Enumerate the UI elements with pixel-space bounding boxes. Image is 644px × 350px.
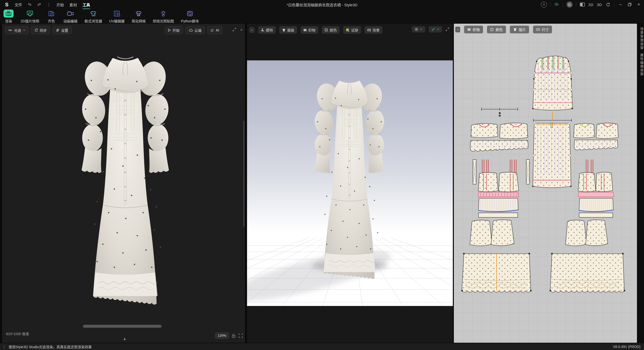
tool-bake-lightmap[interactable]: 烘焙光照贴图 xyxy=(149,9,177,23)
measurement-line[interactable] xyxy=(481,108,518,111)
menu-home[interactable]: 开始 xyxy=(56,1,64,8)
collapse-left-icon[interactable]: ‹ xyxy=(249,27,255,33)
undo-icon[interactable] xyxy=(27,2,32,7)
pattern-piece-yoke-right[interactable] xyxy=(574,123,618,150)
more-menu-icon[interactable]: ⋮ xyxy=(46,2,51,7)
style-browser-icon xyxy=(88,10,98,18)
pattern-piece-yoke[interactable] xyxy=(470,123,528,151)
fullscreen-icon[interactable] xyxy=(238,333,243,338)
pattern-piece-straps-right[interactable] xyxy=(586,160,593,174)
gear-icon xyxy=(56,28,59,32)
annotate-dropdown[interactable] xyxy=(429,26,442,32)
statusbar: ⋮ 使用Style3D Studio光追渲染，高真实度还原渲染效果 V8.0.4… xyxy=(0,343,644,350)
fabric-swatch-icon xyxy=(467,28,471,31)
snapshot-icon xyxy=(25,10,35,18)
tab-property-editor[interactable]: 属性编辑视窗 xyxy=(637,53,644,76)
ai-sparkle-icon xyxy=(211,28,214,32)
tool-uv-editor[interactable]: UV编辑器 xyxy=(106,9,128,23)
bake-light-icon xyxy=(158,10,168,18)
tool-simplify-mesh[interactable]: 简化网格 xyxy=(128,9,149,23)
sync-button[interactable]: 同步 xyxy=(31,26,50,34)
fabric-tab[interactable]: 织物 xyxy=(301,26,318,34)
target-icon xyxy=(415,27,418,31)
tool-2d-snapshot[interactable]: 2D版片快照 xyxy=(17,9,43,23)
tryon-tab[interactable]: 试穿 xyxy=(343,26,361,34)
play-icon xyxy=(168,29,171,32)
render-panel: 光追 同步 设置 开始 云端 AI × 833*1000 像素 120% xyxy=(2,24,245,343)
mode-3d-button[interactable]: 3D xyxy=(597,3,602,7)
tool-style-browser[interactable]: 款式浏览器 xyxy=(81,9,106,23)
tool-render[interactable]: 渲染 xyxy=(0,9,17,23)
settings-button[interactable]: 设置 xyxy=(53,26,71,34)
cloud-sync-icon[interactable] xyxy=(554,2,559,7)
menu-file[interactable]: 文件 xyxy=(14,1,23,8)
pattern-fabric-tab[interactable]: 织物 xyxy=(464,26,483,33)
pattern-piece-flounce-right[interactable] xyxy=(566,220,608,246)
cloud-render-button[interactable]: 云端 xyxy=(185,26,205,34)
ai-button[interactable]: AI xyxy=(207,26,222,34)
video-camera-icon xyxy=(65,10,75,18)
refresh-icon[interactable] xyxy=(606,2,611,7)
person-icon xyxy=(261,28,264,32)
menu-tools[interactable]: 工具 xyxy=(82,1,91,8)
window-title: *白色蕾丝泡泡袖披肩长款连衣裙 - Style3D xyxy=(287,0,357,9)
expand-panel-icon[interactable] xyxy=(446,27,449,31)
redo-icon[interactable] xyxy=(37,2,42,7)
tool-animation-editor[interactable]: 动画编辑 xyxy=(60,9,81,23)
user-avatar[interactable]: G xyxy=(567,2,573,8)
tool-python-script[interactable]: Python脚本 xyxy=(177,9,203,23)
unlock-icon[interactable] xyxy=(231,333,236,338)
pattern-piece-tab[interactable]: 版片 xyxy=(510,26,529,33)
pattern-piece-skirt-panel[interactable] xyxy=(461,253,625,292)
pattern-piece-flounce[interactable] xyxy=(470,220,514,246)
chevron-down-icon xyxy=(437,28,439,30)
render-style-dropdown[interactable] xyxy=(412,26,425,32)
collapse-pattern-panel-icon[interactable]: ‹ xyxy=(455,27,460,32)
pattern-piece-camisole[interactable] xyxy=(478,172,519,217)
avatar-tab[interactable]: 模特 xyxy=(258,26,276,34)
expand-panel-icon[interactable] xyxy=(232,28,236,32)
menu-material[interactable]: 素材 xyxy=(69,1,77,8)
cloud-icon xyxy=(189,29,193,32)
raytrace-mode-dropdown[interactable]: 光追 xyxy=(5,26,29,34)
tool-colorways[interactable]: 齐色 xyxy=(43,9,60,23)
pattern-size-tab[interactable]: 尺寸 xyxy=(533,26,552,33)
pattern-piece-bodice-front[interactable] xyxy=(532,55,573,110)
pattern-piece-camisole-right[interactable] xyxy=(578,172,614,217)
split-view-icon[interactable] xyxy=(580,2,585,7)
vertical-scrollbar[interactable] xyxy=(243,121,245,226)
fabric-swatch-icon xyxy=(303,28,307,32)
help-icon[interactable]: ? xyxy=(541,2,547,8)
viewport-3d[interactable] xyxy=(247,60,453,306)
pattern-color-tab[interactable]: 颜色 xyxy=(487,26,506,33)
scroll-up-arrow[interactable]: ▲ xyxy=(123,336,127,341)
app-version: V8.0.491 (PROD) xyxy=(613,345,640,349)
rainbow-icon xyxy=(346,28,350,32)
garment-tab[interactable]: 服装 xyxy=(279,26,297,34)
app-logo: S xyxy=(4,2,10,7)
minimize-button[interactable]: – xyxy=(618,2,623,7)
pattern-canvas[interactable] xyxy=(454,24,637,343)
color-tab[interactable]: 颜色 xyxy=(322,26,340,34)
render-start-button[interactable]: 开始 xyxy=(165,26,183,34)
horizontal-scrollbar[interactable] xyxy=(83,325,162,328)
render-resolution: 833*1000 像素 xyxy=(6,331,29,336)
status-kebab-icon[interactable]: ⋮ xyxy=(3,345,6,349)
scene-tab[interactable]: 场景 xyxy=(365,26,382,34)
maximize-button[interactable] xyxy=(627,2,632,7)
pattern-panel: ‹ 织物 颜色 版片 尺寸 xyxy=(454,24,637,343)
pattern-piece-skirt-upper[interactable] xyxy=(532,122,572,188)
viewport-panel: ‹ 模特 服装 织物 颜色 试穿 场景 xyxy=(247,24,453,343)
sync-icon xyxy=(34,28,38,32)
shirt-icon xyxy=(282,28,286,32)
rendered-dress xyxy=(65,45,186,321)
render-camera-icon xyxy=(4,10,14,18)
viewport-dress[interactable] xyxy=(301,70,398,292)
zoom-level[interactable]: 120% xyxy=(215,332,229,339)
chevron-down-icon xyxy=(420,28,422,30)
close-button[interactable]: × xyxy=(636,2,641,7)
tab-scene-manager[interactable]: 场景管理视窗 xyxy=(637,27,644,50)
mode-2d-button[interactable]: 2D xyxy=(588,3,593,7)
close-panel-icon[interactable]: × xyxy=(240,28,243,32)
ruler-icon xyxy=(536,28,540,31)
